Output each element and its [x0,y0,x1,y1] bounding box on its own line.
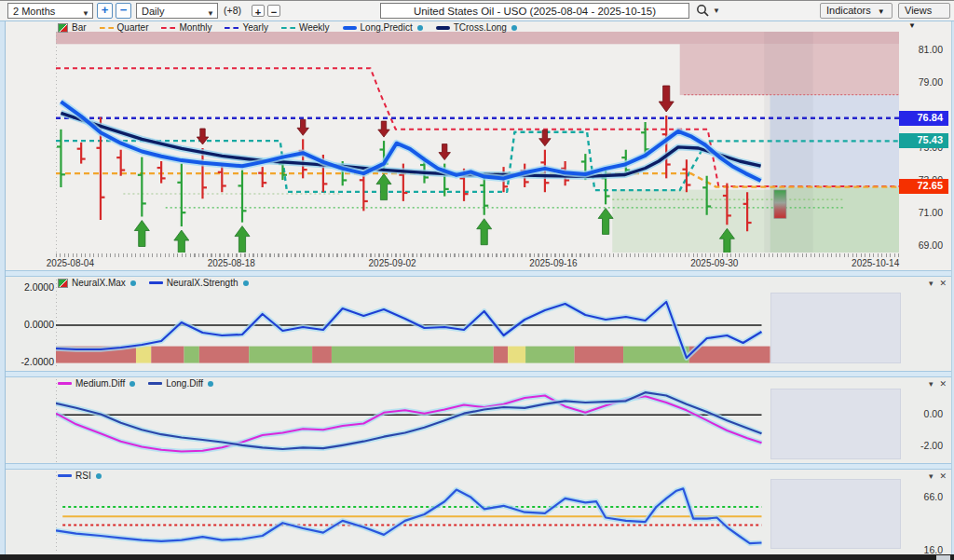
window-left-border [0,1,6,560]
legend-item-medium-diff[interactable]: Medium.Diff [58,378,135,389]
interval-select[interactable]: Daily ▼ [136,3,218,19]
info-dot-icon[interactable] [96,473,102,479]
axis-label: 2025-09-30 [677,258,752,268]
legend-item-neuralx-max[interactable]: NeuralX.Max [58,278,136,288]
legend-item-quarter[interactable]: Quarter [100,22,149,33]
range-zoom-out-button[interactable]: − [116,3,131,19]
range-select-value: 2 Months [13,6,55,17]
legend-item-rsi[interactable]: RSI [58,471,102,481]
range-select[interactable]: 2 Months ▼ [7,3,93,19]
line-style-icon [58,382,72,385]
line-style-icon [343,26,357,30]
neuralx-pane: NeuralX.MaxNeuralX.Strength ▾✕ 2.00000.0… [0,277,954,371]
resize-grip-icon[interactable] [936,555,950,560]
axis-label: 2025-08-18 [194,258,268,268]
bar-style-icon [58,279,68,288]
rsi-legend: RSI [58,471,102,481]
pane-separator[interactable] [0,270,954,277]
diff-placeholder-box [770,389,901,459]
info-dot-icon[interactable] [511,25,517,31]
interval-select-value: Daily [142,6,164,17]
chevron-down-icon: ▼ [878,7,885,16]
pane-separator[interactable] [0,463,954,470]
line-style-icon [225,27,238,29]
axis-label: 2025-09-02 [355,258,429,268]
diff-pane: Medium.DiffLong.Diff ▾✕ 0.00-2.00 [0,377,954,463]
search-icon[interactable] [696,4,709,20]
line-style-icon [58,474,72,477]
pane-close-icon[interactable]: ✕ [939,279,947,288]
axis-label: 2025-08-04 [33,258,107,268]
info-dot-icon[interactable] [129,381,135,387]
search-caret-icon[interactable]: ▼ [713,7,720,22]
window-bottom-bar [0,554,954,560]
legend-item-neuralx-strength[interactable]: NeuralX.Strength [149,278,249,288]
legend-label: Medium.Diff [75,378,125,389]
pane-separator[interactable] [0,371,954,377]
offset-minus-button[interactable]: − [267,5,280,17]
main-price-pane: BarQuarterMonthlyYearlyWeeklyLong.Predic… [0,21,954,270]
axis-label: -2.0000 [15,356,54,367]
line-style-icon [100,27,114,29]
legend-label: Quarter [117,22,149,33]
line-style-icon [161,27,175,29]
bar-style-icon [58,23,68,33]
legend-label: Long.Diff [166,378,203,389]
toolbar: 2 Months ▼ + − Daily ▼ (+8) + − United S… [0,1,954,21]
legend-label: NeuralX.Strength [167,278,238,288]
legend-item-tcross-long[interactable]: TCross.Long [436,22,517,33]
indicators-button[interactable]: Indicators ▼ [820,3,893,19]
line-style-icon [149,281,163,284]
neuralx-legend: NeuralX.MaxNeuralX.Strength [58,278,249,288]
legend-label: RSI [75,471,91,481]
pane-collapse-icon[interactable]: ▾ [929,279,934,288]
info-dot-icon[interactable] [130,280,136,286]
legend-item-yearly[interactable]: Yearly [225,22,267,33]
axis-label: 2025-09-16 [516,258,591,268]
rsi-placeholder-box [770,479,901,549]
legend-label: Monthly [179,22,211,33]
axis-label: 2025-10-14 [838,258,913,268]
axis-label: 66.0 [894,491,943,502]
info-dot-icon[interactable] [208,381,213,387]
price-badge: 76.84 [899,111,948,126]
axis-label: 81.00 [894,44,943,55]
legend-item-long-predict[interactable]: Long.Predict [343,22,423,33]
axis-label: 2.0000 [15,281,54,293]
legend-item-long-diff[interactable]: Long.Diff [148,378,213,389]
legend-label: NeuralX.Max [72,278,126,288]
pane-close-icon[interactable]: ✕ [939,379,947,389]
views-button[interactable]: Views ▼ [898,3,950,19]
x-axis-ticks [56,253,899,257]
pane-close-icon[interactable]: ✕ [939,471,947,481]
line-style-icon [148,382,162,385]
diff-legend: Medium.DiffLong.Diff [58,378,213,389]
neuralx-placeholder-box [770,293,901,363]
app-window: 2 Months ▼ + − Daily ▼ (+8) + − United S… [0,0,954,560]
chevron-down-icon: ▼ [82,7,89,20]
views-button-label: Views [905,5,932,16]
axis-label: 71.00 [894,207,943,218]
range-zoom-in-button[interactable]: + [97,3,113,19]
bar-offset-label: (+8) [224,5,241,20]
pane-collapse-icon[interactable]: ▾ [929,471,934,481]
legend-item-bar[interactable]: Bar [58,22,87,33]
info-dot-icon[interactable] [417,25,423,31]
offset-plus-button[interactable]: + [252,5,265,17]
chevron-down-icon: ▼ [207,7,214,20]
axis-label: 0.00 [894,408,943,419]
legend-label: Weekly [299,22,330,33]
legend-item-weekly[interactable]: Weekly [281,22,330,33]
legend-item-monthly[interactable]: Monthly [161,22,211,33]
line-style-icon [436,26,450,30]
pane-collapse-icon[interactable]: ▾ [929,379,934,389]
axis-label: 69.00 [894,239,943,251]
chart-title: United States Oil - USO (2025-08-04 - 20… [380,3,689,19]
main-chart-canvas[interactable] [56,32,899,253]
legend-label: Long.Predict [361,22,413,33]
main-legend: BarQuarterMonthlyYearlyWeeklyLong.Predic… [58,22,517,33]
axis-label: 79.00 [894,76,943,88]
indicators-button-label: Indicators [826,5,871,16]
axis-label: -2.00 [894,440,943,451]
info-dot-icon[interactable] [243,280,249,286]
